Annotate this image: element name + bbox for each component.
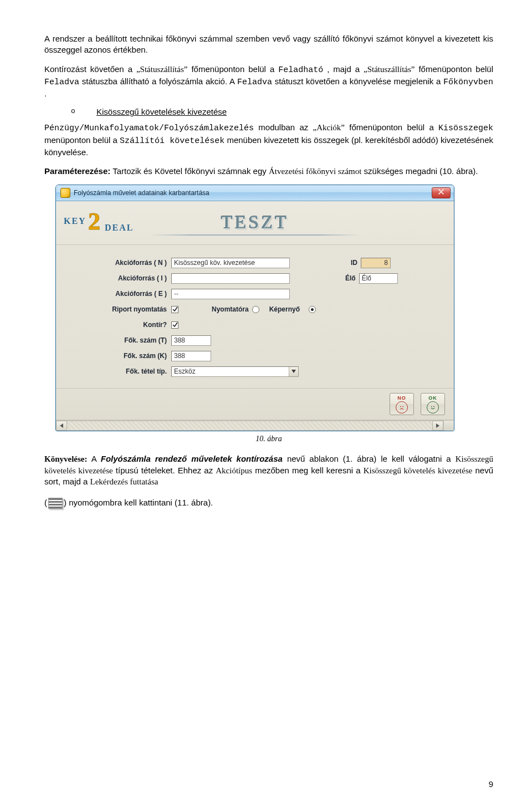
bullet-label: Kisösszegű követelések kivezetése xyxy=(96,107,227,116)
label-kepernyo: Képernyő xyxy=(259,305,303,313)
text: Kisösszegek xyxy=(438,124,493,133)
label-nyomtatora: Nyomtatóra xyxy=(178,305,252,313)
text: Szállítói követelések xyxy=(120,136,224,146)
text: „Státuszállítás” xyxy=(364,65,415,74)
text: típusú tételeket. Ehhez az xyxy=(116,466,216,475)
radio-dot-icon xyxy=(311,308,314,311)
check-icon xyxy=(172,322,178,328)
chevron-right-icon xyxy=(436,423,439,428)
scroll-corner xyxy=(443,421,454,431)
text: Paraméterezése: xyxy=(44,166,110,176)
paragraph-3: Pénzügy/Munkafolyamatok/Folyószámlakezel… xyxy=(44,122,493,158)
dialog-body: Akcióforrás ( N ) Kisösszegű köv. kiveze… xyxy=(56,245,454,389)
text: ) nyomógombra kell kattintani (11. ábra)… xyxy=(64,498,213,507)
bullet-marker: o xyxy=(71,107,96,116)
figure-10: Folyószámla művelet adatainak karbantart… xyxy=(55,185,493,431)
text: „Státuszállítás” xyxy=(136,65,187,74)
text: mezőben meg kell keresni a xyxy=(255,466,363,475)
row-akcioforras-i: Akcióforrás ( I ) Élő Élő xyxy=(69,270,441,286)
row-fok-tetel: Fők. tétel típ. Eszköz xyxy=(69,364,441,379)
checkbox-riport[interactable] xyxy=(171,306,178,313)
field-akcioforras-e[interactable]: -- xyxy=(171,289,290,299)
key2deal-logo: KEY 2 DEAL xyxy=(64,208,147,237)
sad-face-icon xyxy=(396,401,408,413)
dialog-window: Folyószámla művelet adatainak karbantart… xyxy=(55,185,454,431)
text: Kontírozást követően a xyxy=(44,64,136,74)
text: Folyószámla rendező műveletek kontírozás… xyxy=(101,454,283,463)
happy-face-icon xyxy=(427,401,439,413)
row-riport: Riport nyomtatás Nyomtatóra Képernyő xyxy=(69,302,441,317)
text: Átvezetési főkönyvi számot xyxy=(269,167,361,176)
svg-point-3 xyxy=(433,406,434,407)
field-akcioforras-i[interactable] xyxy=(171,273,290,284)
paragraph-6: () nyomógombra kell kattintani (11. ábra… xyxy=(44,497,493,509)
label-fok-tetel: Fők. tétel típ. xyxy=(69,367,171,375)
dialog-scrollbar[interactable] xyxy=(56,420,454,431)
text: státuszt követően a könyvelése megjeleni… xyxy=(275,76,443,86)
text: Főkönyvben xyxy=(443,78,493,87)
paragraph-4: Paraméterezése: Tartozik és Követel főkö… xyxy=(44,166,493,177)
text: . xyxy=(44,89,47,98)
ok-button[interactable]: OK xyxy=(421,393,445,415)
label-fok-k: Fők. szám (K) xyxy=(69,352,171,360)
text: Feladható xyxy=(278,65,323,75)
row-fok-k: Fők. szám (K) 388 xyxy=(69,348,441,364)
text: szükséges megadni (10. ábra). xyxy=(364,166,478,176)
logo-text-2: 2 xyxy=(88,207,100,236)
no-button[interactable]: NO xyxy=(390,393,414,415)
scroll-left-button[interactable] xyxy=(56,421,67,431)
label-fok-t: Fők. szám (T) xyxy=(69,336,171,344)
document-page: A rendszer a beállított technikai főköny… xyxy=(0,0,532,812)
dialog-titlebar[interactable]: Folyószámla művelet adatainak karbantart… xyxy=(56,185,454,201)
banner-divider xyxy=(150,234,360,236)
row-akcioforras-n: Akcióforrás ( N ) Kisösszegű köv. kiveze… xyxy=(69,255,441,270)
text: Akciótípus xyxy=(216,466,252,475)
dialog-banner: KEY 2 DEAL TESZT xyxy=(56,201,454,245)
row-fok-t: Fők. szám (T) 388 xyxy=(69,333,441,348)
row-akcioforras-e: Akcióforrás ( E ) -- xyxy=(69,286,441,302)
text: státuszba állítható a folyószámla akció.… xyxy=(82,76,237,86)
checkbox-kontir[interactable] xyxy=(171,321,178,329)
logo-text-key: KEY xyxy=(64,216,86,226)
text: A xyxy=(91,454,101,463)
text: Kisösszegű követelés kivezetése xyxy=(364,466,473,475)
radio-nyomtatora[interactable] xyxy=(252,306,259,313)
chevron-down-icon xyxy=(291,370,296,373)
text: Lekérdezés futtatása xyxy=(90,477,158,486)
radio-kepernyo[interactable] xyxy=(309,306,316,313)
text: nevű ablakon (1. ábra) le kell válogatni… xyxy=(287,454,456,463)
field-fok-k[interactable]: 388 xyxy=(171,351,211,361)
text: Könyvelése: xyxy=(44,454,87,463)
chevron-left-icon xyxy=(60,423,63,428)
paragraph-5: Könyvelése: A Folyószámla rendező művele… xyxy=(44,453,493,487)
label-akcioforras-n: Akcióforrás ( N ) xyxy=(69,259,171,267)
field-id[interactable]: 8 xyxy=(361,258,391,268)
dialog-footer: NO OK xyxy=(56,389,454,420)
scroll-right-button[interactable] xyxy=(432,421,443,431)
text: modulban az xyxy=(258,122,313,132)
scroll-track[interactable] xyxy=(67,421,432,431)
svg-point-1 xyxy=(402,406,403,407)
svg-point-2 xyxy=(431,406,432,407)
figure-caption-10: 10. ábra xyxy=(44,435,493,443)
text: Feladva xyxy=(44,78,79,87)
field-fok-t[interactable]: 388 xyxy=(171,335,211,346)
no-button-label: NO xyxy=(397,395,406,401)
logo-text-deal: DEAL xyxy=(105,223,134,233)
text: Feladva xyxy=(237,78,272,87)
row-kontir: Kontír? xyxy=(69,317,441,333)
text: „Akciók” xyxy=(313,123,345,132)
app-icon xyxy=(60,188,70,198)
close-button[interactable] xyxy=(432,187,451,198)
combo-button[interactable] xyxy=(289,367,298,376)
field-elo[interactable]: Élő xyxy=(359,273,398,284)
label-id: ID xyxy=(290,259,361,267)
text: főmenüponton belül a xyxy=(191,64,278,74)
dialog-title: Folyószámla művelet adatainak karbantart… xyxy=(74,189,432,197)
label-elo: Élő xyxy=(290,274,359,282)
combo-fok-tetel[interactable]: Eszköz xyxy=(171,366,299,377)
field-akcioforras-n[interactable]: Kisösszegű köv. kivezetése xyxy=(171,258,290,268)
bullet-item: o Kisösszegű követelések kivezetése xyxy=(71,107,493,116)
label-akcioforras-e: Akcióforrás ( E ) xyxy=(69,290,171,298)
text: Tartozik és Követel főkönyvi számnak egy xyxy=(112,166,269,176)
